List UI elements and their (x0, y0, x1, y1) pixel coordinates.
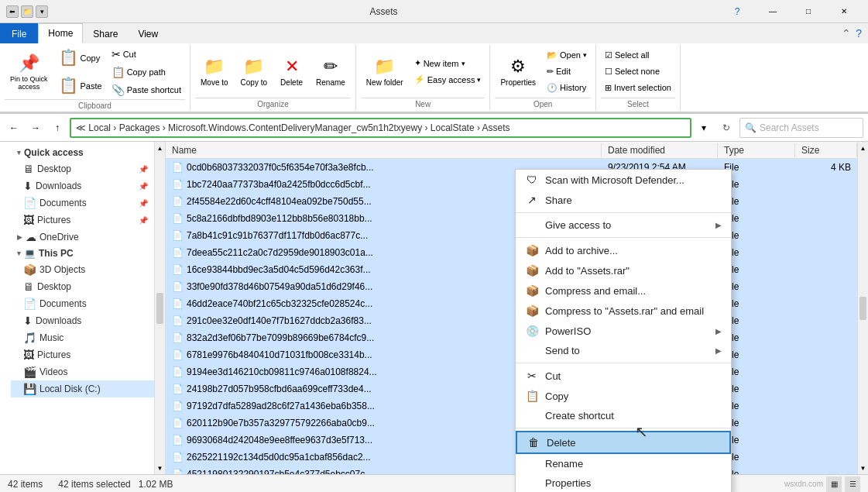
context-menu-item-add-to-archive---[interactable]: 📦 Add to archive... (516, 240, 731, 260)
maximize-button[interactable]: □ (791, 0, 826, 23)
forward-button[interactable]: → (26, 119, 45, 137)
column-name[interactable]: Name (166, 143, 602, 157)
sidebar-item-downloads[interactable]: ⬇ Downloads 📌 (11, 177, 154, 194)
context-menu-item-compress-and-email--[interactable]: 📦 Compress and email... (516, 280, 731, 301)
table-row[interactable]: 📄 46dd2eace740bf21c65cb32325cfe028524c..… (166, 295, 857, 312)
column-size[interactable]: Size (795, 143, 857, 157)
column-type[interactable]: Type (718, 143, 795, 157)
view-detail-icon[interactable]: ☰ (845, 477, 860, 492)
table-row[interactable]: 📄 0cd0b68037332037f0c5f6354e70f3a3e8fcb.… (166, 159, 857, 176)
title-dropdown-icon[interactable]: ▾ (36, 5, 48, 18)
context-menu-item-poweriso[interactable]: 💿 PowerISO ▶ (516, 321, 731, 341)
table-row[interactable]: 📄 24198b27d057b958cfbd6aa699ceff733de4..… (166, 380, 857, 397)
ribbon-help-icon[interactable]: ? (856, 27, 862, 40)
file-pane-scrollbar[interactable]: ▲ ▼ (857, 142, 868, 474)
paste-button[interactable]: 📋 Paste (55, 73, 106, 99)
delete-button[interactable]: ✕ Delete (274, 53, 309, 91)
context-menu-item-copy[interactable]: 📋 Copy (516, 386, 731, 406)
table-row[interactable]: 📄 96930684d242048e9ee8ffee9637d3e5f713..… (166, 432, 857, 449)
copy-to-button[interactable]: 📁 Copy to (235, 53, 273, 91)
sidebar-item-desktop[interactable]: 🖥 Desktop 📌 (11, 160, 154, 177)
table-row[interactable]: 📄 291c0ee32e0df140e7f7b1627ddcb2a36f83..… (166, 312, 857, 329)
help-btn[interactable]: ? (719, 0, 755, 23)
table-row[interactable]: 📄 832a2d3ef06b77be7099b89669be6784cfc9..… (166, 329, 857, 346)
table-row[interactable]: 📄 620112b90e7b357a329775792266aba0cb9...… (166, 415, 857, 432)
history-button[interactable]: 🕐 History (543, 81, 591, 95)
column-date[interactable]: Date modified (602, 143, 718, 157)
sidebar-item-local-disk[interactable]: 💾 Local Disk (C:) (11, 380, 154, 397)
table-row[interactable]: 📄 6781e9976b4840410d71031fb008ce3314b...… (166, 346, 857, 363)
file-scroll-up[interactable]: ▲ (858, 142, 868, 154)
edit-button[interactable]: ✏ Edit (543, 64, 591, 79)
sidebar-item-onedrive[interactable]: ▶ ☁ OneDrive (11, 229, 154, 246)
move-to-button[interactable]: 📁 Move to (195, 53, 234, 91)
table-row[interactable]: 📄 7a8b41c91c91b76377df117fdb0d6ac877c...… (166, 227, 857, 244)
new-item-button[interactable]: ✦ New item ▾ (410, 56, 485, 71)
address-bar[interactable]: ≪ Local › Packages › Microsoft.Windows.C… (70, 118, 691, 138)
context-menu-item-send-to[interactable]: Send to ▶ (516, 341, 731, 360)
cut-button[interactable]: ✂ Cut (108, 46, 185, 63)
open-btn[interactable]: 📂 Open ▾ (543, 48, 591, 63)
table-row[interactable]: 📄 2625221192c134d5d0dc95a1cbaf856dac2...… (166, 449, 857, 466)
up-button[interactable]: ↑ (48, 119, 67, 137)
table-row[interactable]: 📄 97192d7dfa5289ad28c6f27a1436eba6b358..… (166, 397, 857, 415)
context-menu-item-create-shortcut[interactable]: Create shortcut (516, 406, 731, 425)
pin-to-quick-access-button[interactable]: 📌 Pin to Quick access (5, 50, 53, 95)
context-menu-item-scan-with-microsoft-[interactable]: 🛡 Scan with Microsoft Defender... (516, 170, 731, 190)
sidebar-item-pictures[interactable]: 🖼 Pictures 📌 (11, 212, 154, 229)
context-menu-item-rename[interactable]: Rename (516, 454, 731, 473)
file-scroll-thumb[interactable] (859, 297, 866, 320)
tab-home[interactable]: Home (38, 23, 83, 43)
tab-file[interactable]: File (0, 23, 38, 43)
back-button[interactable]: ← (5, 119, 23, 137)
table-row[interactable]: 📄 45211980132290197cb5e4c377d5ebcc07c...… (166, 466, 857, 474)
table-row[interactable]: 📄 5c8a2166dbfbd8903e112bb8b56e80318bb...… (166, 210, 857, 227)
rename-button[interactable]: ✏ Rename (310, 53, 351, 91)
context-menu-item-delete[interactable]: 🗑 Delete (516, 431, 731, 454)
address-dropdown-button[interactable]: ▾ (695, 118, 713, 138)
context-menu-item-compress-to--assets-[interactable]: 📦 Compress to "Assets.rar" and email (516, 301, 731, 321)
minimize-button[interactable]: — (755, 0, 791, 23)
context-menu-item-add-to--assets-rar-[interactable]: 📦 Add to "Assets.rar" (516, 260, 731, 280)
sidebar-scroll-thumb[interactable] (156, 293, 163, 324)
sidebar-item-music[interactable]: 🎵 Music (11, 329, 154, 346)
table-row[interactable]: 📄 9194ee3d146210cb09811c9746a0108f8824..… (166, 363, 857, 380)
table-row[interactable]: 📄 33f0e90fd378d46b07549a90da51d6d29f46..… (166, 278, 857, 295)
select-all-button[interactable]: ☑ Select all (601, 48, 675, 63)
quick-access-icon[interactable]: ⬅ (6, 5, 19, 18)
sidebar-scroll-down[interactable]: ▼ (155, 462, 165, 474)
file-scroll-down[interactable]: ▼ (858, 462, 868, 474)
sidebar-item-downloads2[interactable]: ⬇ Downloads (11, 312, 154, 329)
context-menu-item-give-access-to[interactable]: Give access to ▶ (516, 215, 731, 235)
tab-share[interactable]: Share (83, 23, 128, 43)
copy-button[interactable]: 📋 Copy (55, 45, 106, 71)
sidebar-item-documents[interactable]: 📄 Documents 📌 (11, 194, 154, 212)
context-menu-item-cut[interactable]: ✂ Cut (516, 366, 731, 386)
new-folder-button[interactable]: 📁 New folder (361, 53, 409, 91)
sidebar-item-3d-objects[interactable]: 📦 3D Objects (11, 261, 154, 278)
context-menu-item-properties[interactable]: Properties (516, 473, 731, 492)
invert-selection-button[interactable]: ⊞ Invert selection (601, 81, 675, 95)
copy-path-button[interactable]: 📋 Copy path (108, 64, 185, 81)
sidebar-item-desktop2[interactable]: 🖥 Desktop (11, 278, 154, 295)
sidebar-item-videos[interactable]: 🎬 Videos (11, 363, 154, 380)
sidebar-item-documents2[interactable]: 📄 Documents (11, 295, 154, 312)
properties-button[interactable]: ⚙ Properties (495, 53, 541, 91)
table-row[interactable]: 📄 7deea55c211c2a0c7d2959de9018903c01a...… (166, 244, 857, 261)
easy-access-button[interactable]: ⚡ Easy access ▾ (410, 72, 485, 87)
ribbon-collapse-icon[interactable]: ⌃ (842, 27, 851, 40)
close-button[interactable]: ✕ (826, 0, 862, 23)
sidebar-item-pictures2[interactable]: 🖼 Pictures (11, 346, 154, 363)
this-pc-header[interactable]: ▾ 💻 This PC (11, 246, 154, 261)
sidebar-scrollbar[interactable]: ▲ ▼ (155, 142, 166, 474)
table-row[interactable]: 📄 1bc7240aa77373ba4f0a2425fb0dcc6d5cbf..… (166, 176, 857, 193)
search-bar[interactable]: 🔍 Search Assets (739, 118, 863, 138)
quick-access-header[interactable]: ▾ Quick access (11, 145, 154, 160)
table-row[interactable]: 📄 16ce93844bbd9ec3a5d04c5d596d42c363f...… (166, 261, 857, 278)
refresh-button[interactable]: ↻ (716, 118, 736, 138)
view-large-icon[interactable]: ▦ (826, 477, 842, 492)
select-none-button[interactable]: ☐ Select none (601, 64, 675, 79)
paste-shortcut-button[interactable]: 📎 Paste shortcut (108, 81, 185, 98)
table-row[interactable]: 📄 2f45584e22d60c4cff48104ea092be750d55..… (166, 193, 857, 210)
sidebar-scroll-up[interactable]: ▲ (155, 142, 165, 154)
